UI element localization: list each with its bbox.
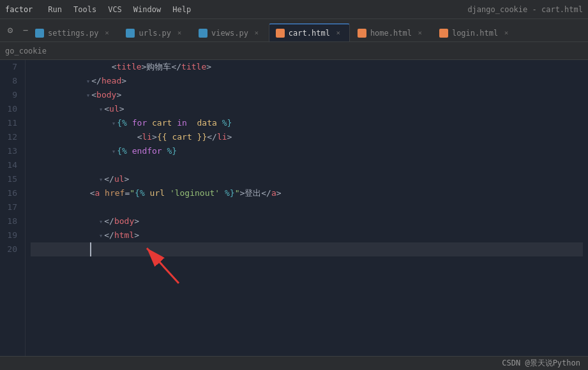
line-num-18: 18 — [5, 214, 20, 228]
py-icon — [199, 29, 207, 38]
line-num-17: 17 — [5, 200, 20, 214]
line-num-8: 8 — [5, 74, 20, 88]
tab-label: urls.py — [139, 29, 171, 38]
tab-close-login[interactable]: × — [502, 29, 511, 38]
tab-login-html[interactable]: login.html × — [432, 24, 518, 41]
menu-help[interactable]: Help — [167, 4, 196, 15]
menu-tools[interactable]: Tools — [68, 4, 102, 15]
tab-label: login.html — [452, 29, 498, 38]
watermark-text: CSDN @景天说Python — [502, 358, 580, 369]
tab-label: settings.py — [48, 29, 98, 38]
line-numbers: 7 8 9 10 11 12 13 14 15 16 17 18 19 20 — [0, 60, 26, 356]
py-icon — [35, 29, 44, 38]
line-num-20: 20 — [5, 242, 20, 256]
line-num-13: 13 — [5, 144, 20, 158]
tab-bar: ⚙ − settings.py × urls.py × views.py × c… — [0, 19, 588, 42]
tab-controls: ⚙ − — [0, 18, 36, 41]
code-line-13: ▾{% endfor %} — [31, 144, 583, 158]
tab-label: views.py — [211, 29, 248, 38]
py-icon — [126, 29, 135, 38]
title-bar-left: factor Run Tools VCS Window Help — [5, 4, 196, 15]
tab-label: cart.html — [289, 29, 330, 38]
html-icon — [276, 29, 285, 38]
tab-home-html[interactable]: home.html × — [351, 24, 432, 41]
tab-close-home[interactable]: × — [416, 29, 425, 38]
line-num-7: 7 — [5, 60, 20, 74]
line-num-11: 11 — [5, 116, 20, 130]
tab-cart-html[interactable]: cart.html × — [269, 24, 350, 41]
menu-vcs[interactable]: VCS — [103, 4, 127, 15]
html-icon — [439, 29, 448, 38]
tab-close-settings[interactable]: × — [102, 29, 111, 38]
title-bar: factor Run Tools VCS Window Help django_… — [0, 0, 588, 19]
line-num-16: 16 — [5, 186, 20, 200]
html-icon — [358, 29, 366, 38]
code-content[interactable]: <title>购物车</title> ▾</head> ▾<body> ▾<ul… — [26, 60, 583, 356]
settings-icon[interactable]: ⚙ — [4, 24, 17, 36]
project-path: go_cookie — [5, 47, 47, 56]
line-num-9: 9 — [5, 88, 20, 102]
menu-bar: Run Tools VCS Window Help — [43, 4, 196, 15]
code-line-16: <a href="{% url 'loginout' %}">登出</a> — [31, 186, 583, 200]
tab-settings-py[interactable]: settings.py × — [28, 24, 118, 41]
line-num-10: 10 — [5, 102, 20, 116]
minus-icon[interactable]: − — [19, 24, 32, 36]
tab-close-cart[interactable]: × — [334, 29, 343, 38]
scroll-bar[interactable] — [583, 60, 588, 356]
tab-views-py[interactable]: views.py × — [192, 24, 268, 41]
line-num-15: 15 — [5, 172, 20, 186]
line-num-12: 12 — [5, 130, 20, 144]
app-name: factor — [5, 5, 33, 14]
project-bar: go_cookie — [0, 42, 588, 60]
code-line-19: ▾</html> — [31, 228, 583, 242]
menu-run[interactable]: Run — [43, 4, 67, 15]
file-info: django_cookie - cart.html — [467, 5, 583, 14]
tab-close-urls[interactable]: × — [175, 29, 184, 38]
editor-area: 7 8 9 10 11 12 13 14 15 16 17 18 19 20 <… — [0, 60, 588, 356]
tab-urls-py[interactable]: urls.py × — [119, 24, 191, 41]
line-num-14: 14 — [5, 158, 20, 172]
tab-close-views[interactable]: × — [252, 29, 261, 38]
status-bar: CSDN @景天说Python — [0, 356, 588, 370]
line-num-19: 19 — [5, 228, 20, 242]
menu-window[interactable]: Window — [128, 4, 166, 15]
tab-label: home.html — [370, 29, 412, 38]
